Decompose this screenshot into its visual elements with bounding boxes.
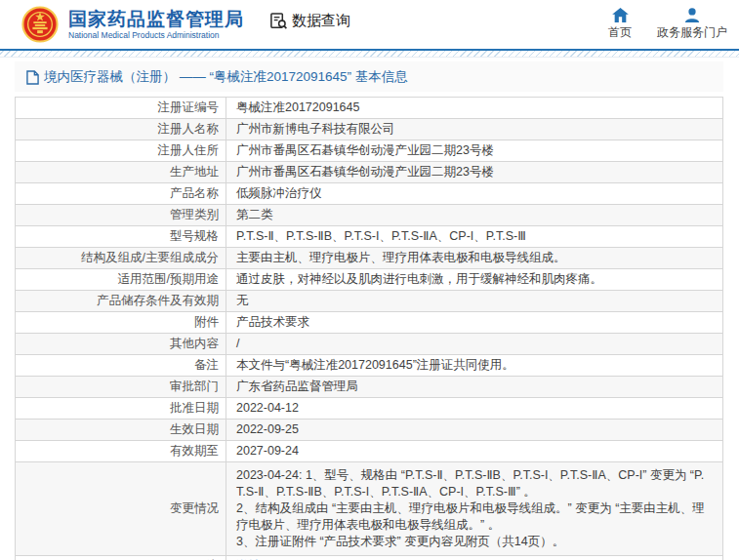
row-label: 生产地址 — [16, 162, 226, 183]
table-row: 审批部门广东省药品监督管理局 — [16, 377, 723, 398]
row-label: 注册证编号 — [16, 98, 226, 119]
table-row: 变更情况2023-04-24: 1、型号、规格由 “P.T.S-Ⅱ、P.T.S-… — [16, 462, 723, 556]
table-row: 备注本文件与“粤械注准20172091645”注册证共同使用。 — [16, 355, 723, 377]
national-emblem-icon — [21, 6, 59, 43]
row-label: 批准日期 — [16, 398, 226, 420]
table-row: 生效日期2022-09-25 — [16, 420, 723, 441]
table-row: 产品储存条件及有效期无 — [16, 291, 723, 312]
site-subtitle: National Medical Products Administration — [68, 30, 244, 41]
document-icon — [26, 70, 39, 85]
row-label: 注册人住所 — [16, 140, 226, 162]
nav-home[interactable]: 首页 — [608, 8, 632, 41]
row-value: 2022-09-25 — [226, 420, 723, 441]
breadcrumb: 境内医疗器械（注册） —— “粤械注准20172091645” 基本信息 — [15, 61, 723, 92]
table-row: 管理类别第二类 — [16, 205, 723, 226]
hatch-band — [0, 51, 739, 58]
row-label: 有效期至 — [16, 441, 226, 462]
row-label: 附件 — [16, 312, 226, 334]
site-title: 国家药品监督管理局 — [68, 9, 244, 30]
row-value: P.T.S-Ⅱ、P.T.S-ⅡB、P.T.S-I、P.T.S-ⅡA、CP-I、P… — [226, 226, 723, 248]
table-row: 注册证编号粤械注准20172091645 — [16, 98, 723, 119]
nav-gov-portal[interactable]: 政务服务门户 — [657, 8, 727, 41]
site-title-block: 国家药品监督管理局 National Medical Products Admi… — [68, 9, 244, 41]
nav-gov-portal-label: 政务服务门户 — [657, 24, 727, 41]
breadcrumb-text: 境内医疗器械（注册） —— “粤械注准20172091645” 基本信息 — [44, 68, 408, 86]
row-label: 审批部门 — [16, 377, 226, 398]
table-row: 注册人住所广州市番禺区石碁镇华创动漫产业园二期23号楼 — [16, 140, 723, 162]
row-value: 广州市番禺区石碁镇华创动漫产业园二期23号楼 — [226, 162, 723, 183]
nav-home-label: 首页 — [608, 24, 632, 41]
table-row: 有效期至2027-09-24 — [16, 441, 723, 462]
row-label: 管理类别 — [16, 205, 226, 226]
user-icon — [684, 8, 700, 22]
row-value: 2023-04-24: 1、型号、规格由 “P.T.S-Ⅱ、P.T.S-ⅡB、P… — [226, 462, 723, 556]
table-row: 适用范围/预期用途通过皮肤，对神经以及肌肉进行电刺激，用于缓解神经和肌肉疼痛。 — [16, 269, 723, 291]
table-row: 注册人名称广州市新博电子科技有限公司 — [16, 119, 723, 140]
row-value: 本文件与“粤械注准20172091645”注册证共同使用。 — [226, 355, 723, 377]
table-row: 结构及组成/主要组成成分主要由主机、理疗电极片、理疗用体表电极和电极导线组成。 — [16, 248, 723, 269]
row-label: 产品名称 — [16, 183, 226, 205]
row-label: 备注 — [16, 355, 226, 377]
site-logo: 国家药品监督管理局 National Medical Products Admi… — [21, 6, 244, 43]
row-value: / — [226, 334, 723, 355]
home-icon — [612, 8, 629, 22]
row-value: 主要由主机、理疗电极片、理疗用体表电极和电极导线组成。 — [226, 248, 723, 269]
registration-info-table: 注册证编号粤械注准20172091645注册人名称广州市新博电子科技有限公司注册… — [15, 97, 723, 560]
data-query-label: 数据查询 — [292, 12, 350, 30]
table-row: 生产地址广州市番禺区石碁镇华创动漫产业园二期23号楼 — [16, 162, 723, 183]
row-value: 2027-09-24 — [226, 441, 723, 462]
table-row: 其他内容/ — [16, 334, 723, 355]
row-value: 低频脉冲治疗仪 — [226, 183, 723, 205]
row-label: 其他内容 — [16, 334, 226, 355]
row-value: 广州市番禺区石碁镇华创动漫产业园二期23号楼 — [226, 140, 723, 162]
table-row: 附件产品技术要求 — [16, 312, 723, 334]
table-row: 型号规格P.T.S-Ⅱ、P.T.S-ⅡB、P.T.S-I、P.T.S-ⅡA、CP… — [16, 226, 723, 248]
row-value: 通过皮肤，对神经以及肌肉进行电刺激，用于缓解神经和肌肉疼痛。 — [226, 269, 723, 291]
row-label: 变更情况 — [16, 462, 226, 556]
row-label: 注 — [16, 556, 226, 560]
data-query-button[interactable]: 数据查询 — [269, 12, 350, 30]
row-value: 2022-04-12 — [226, 398, 723, 420]
table-row: 产品名称低频脉冲治疗仪 — [16, 183, 723, 205]
site-header: 国家药品监督管理局 National Medical Products Admi… — [0, 0, 739, 49]
table-row: 注详情 — [16, 556, 723, 560]
data-query-icon — [269, 12, 288, 30]
row-label: 适用范围/预期用途 — [16, 269, 226, 291]
row-value: 无 — [226, 291, 723, 312]
row-label: 结构及组成/主要组成成分 — [16, 248, 226, 269]
row-label: 型号规格 — [16, 226, 226, 248]
row-value: 广东省药品监督管理局 — [226, 377, 723, 398]
row-value: 粤械注准20172091645 — [226, 98, 723, 119]
table-row: 批准日期2022-04-12 — [16, 398, 723, 420]
row-label: 产品储存条件及有效期 — [16, 291, 226, 312]
row-label: 生效日期 — [16, 420, 226, 441]
row-label: 注册人名称 — [16, 119, 226, 140]
row-value: 广州市新博电子科技有限公司 — [226, 119, 723, 140]
info-table-body: 注册证编号粤械注准20172091645注册人名称广州市新博电子科技有限公司注册… — [16, 98, 723, 560]
row-value: 产品技术要求 — [226, 312, 723, 334]
row-value: 第二类 — [226, 205, 723, 226]
row-value: 详情 — [226, 556, 723, 560]
